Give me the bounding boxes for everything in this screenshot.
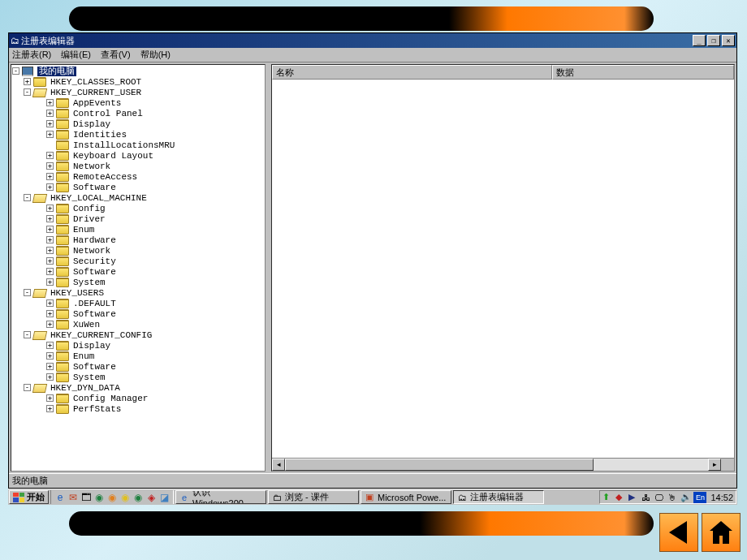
tree-label[interactable]: Config Manager (71, 394, 149, 403)
tree-label[interactable]: Display (71, 341, 112, 351)
tree-item[interactable]: +Software (46, 266, 264, 277)
tree-item[interactable]: +Display (46, 118, 264, 129)
tree-label[interactable]: .DEFAULT (71, 299, 118, 308)
expand-icon[interactable]: + (46, 373, 54, 381)
expand-icon[interactable]: + (46, 162, 54, 170)
tree-label[interactable]: HKEY_DYN_DATA (49, 383, 122, 393)
expand-icon[interactable]: + (46, 257, 54, 265)
tree-item[interactable]: +Software (46, 182, 264, 192)
tree-item[interactable]: +Enum (46, 351, 264, 361)
expand-icon[interactable]: + (46, 173, 54, 180)
tree-item[interactable]: +AppEvents (46, 97, 264, 108)
collapse-icon[interactable]: - (24, 88, 31, 96)
collapse-icon[interactable]: - (24, 331, 31, 338)
tree-item[interactable]: +Config (46, 203, 264, 213)
tree-label[interactable]: Enum (71, 351, 96, 361)
tree-item[interactable]: +Software (46, 361, 264, 372)
language-indicator[interactable]: En (693, 492, 706, 503)
expand-icon[interactable]: + (46, 152, 54, 159)
tree-label[interactable]: Enum (71, 225, 96, 235)
expand-icon[interactable]: + (46, 120, 54, 127)
outlook-icon[interactable]: ✉ (67, 491, 80, 504)
tray-icon[interactable]: 🖵 (654, 493, 666, 502)
tree-item[interactable]: +Network (46, 161, 264, 171)
tree-label[interactable]: Software (71, 267, 118, 277)
quicklaunch-icon[interactable]: ◉ (119, 491, 132, 504)
expand-icon[interactable]: + (46, 183, 54, 191)
tree-hkcr[interactable]: + HKEY_CLASSES_ROOT (24, 76, 264, 87)
list-body[interactable] (272, 80, 734, 458)
tray-icon[interactable]: ◆ (615, 492, 627, 502)
tree-hklm[interactable]: - HKEY_LOCAL_MACHINE (24, 192, 264, 203)
tree-label[interactable]: AppEvents (71, 98, 123, 108)
expand-icon[interactable]: + (46, 110, 54, 117)
tree-label[interactable]: HKEY_CURRENT_USER (49, 88, 143, 97)
expand-icon[interactable]: + (46, 215, 54, 222)
start-button[interactable]: 开始 (9, 490, 49, 504)
expand-icon[interactable]: + (46, 205, 54, 212)
expand-icon[interactable]: + (24, 78, 31, 85)
quicklaunch-icon[interactable]: ◈ (145, 491, 158, 504)
scroll-left-icon[interactable]: ◂ (272, 459, 285, 471)
tree-label[interactable]: XuWen (71, 320, 101, 330)
taskbar-item[interactable]: e认识Windows200... (175, 490, 266, 504)
collapse-icon[interactable]: - (24, 384, 31, 391)
quicklaunch-icon[interactable]: ◉ (93, 491, 106, 504)
splitter[interactable] (267, 62, 270, 473)
tree-label[interactable]: Display (71, 119, 112, 129)
tree-label[interactable]: Driver (71, 214, 107, 224)
maximize-button[interactable]: ❐ (707, 35, 720, 46)
tree-item[interactable]: +Display (46, 340, 264, 351)
expand-icon[interactable]: + (46, 342, 54, 349)
taskbar-item-active[interactable]: 🗂注册表编辑器 (453, 490, 544, 504)
tree-hkcc[interactable]: - HKEY_CURRENT_CONFIG (24, 330, 264, 340)
tree-label[interactable]: HKEY_USERS (49, 288, 106, 298)
expand-icon[interactable]: + (46, 405, 54, 412)
close-button[interactable]: ✕ (722, 35, 735, 46)
menu-registry[interactable]: 注册表(R) (12, 49, 51, 61)
collapse-icon[interactable]: - (24, 289, 31, 296)
volume-icon[interactable]: 🔊 (680, 492, 692, 502)
tree-label[interactable]: Network (71, 246, 112, 256)
tree-label[interactable]: Control Panel (71, 109, 145, 118)
horizontal-scrollbar[interactable]: ◂ ▸ (272, 458, 734, 471)
menu-help[interactable]: 帮助(H) (140, 49, 171, 61)
slide-home-button[interactable] (702, 513, 741, 552)
menu-edit[interactable]: 编辑(E) (61, 49, 91, 61)
expand-icon[interactable]: + (46, 236, 54, 243)
expand-icon[interactable]: + (46, 394, 54, 402)
tree-hku[interactable]: - HKEY_USERS (24, 287, 264, 298)
slide-back-button[interactable] (659, 513, 698, 552)
tree-label[interactable]: Config (71, 204, 107, 213)
tree-label[interactable]: System (71, 373, 107, 382)
tree-label[interactable]: Software (71, 183, 118, 192)
tree-hkcu[interactable]: - HKEY_CURRENT_USER (24, 87, 264, 97)
expand-icon[interactable]: + (46, 247, 54, 254)
tree-item[interactable]: +Enum (46, 224, 264, 235)
scroll-right-icon[interactable]: ▸ (708, 459, 721, 471)
column-name[interactable]: 名称 (272, 65, 552, 80)
tree-pane[interactable]: - 我的电脑 + HKEY_CLASSES_ROOT - (11, 64, 266, 472)
expand-icon[interactable]: + (46, 226, 54, 233)
expand-icon[interactable]: + (46, 321, 54, 328)
collapse-icon[interactable]: - (12, 67, 19, 75)
tree-item[interactable]: +System (46, 372, 264, 382)
column-data[interactable]: 数据 (552, 65, 734, 80)
tray-icon[interactable]: 🖧 (641, 493, 653, 502)
tree-item[interactable]: +Hardware (46, 235, 264, 245)
quicklaunch-icon[interactable]: ◪ (158, 491, 171, 504)
collapse-icon[interactable]: - (24, 194, 31, 201)
tree-item[interactable]: +Network (46, 245, 264, 256)
tree-label[interactable]: Security (71, 256, 118, 266)
tree-item[interactable]: +XuWen (46, 319, 264, 330)
clock[interactable]: 14:52 (709, 493, 733, 502)
expand-icon[interactable]: + (46, 363, 54, 370)
tray-icon[interactable]: 🖰 (667, 493, 679, 502)
tree-item[interactable]: +Control Panel (46, 108, 264, 118)
tree-label[interactable]: PerfStats (71, 404, 123, 414)
tree-root[interactable]: - 我的电脑 (12, 66, 264, 76)
menu-view[interactable]: 查看(V) (101, 49, 131, 61)
tree-hkdd[interactable]: - HKEY_DYN_DATA (24, 382, 264, 393)
taskbar-item[interactable]: ▣Microsoft Powe... (361, 490, 451, 504)
tree-item[interactable]: +Config Manager (46, 393, 264, 403)
